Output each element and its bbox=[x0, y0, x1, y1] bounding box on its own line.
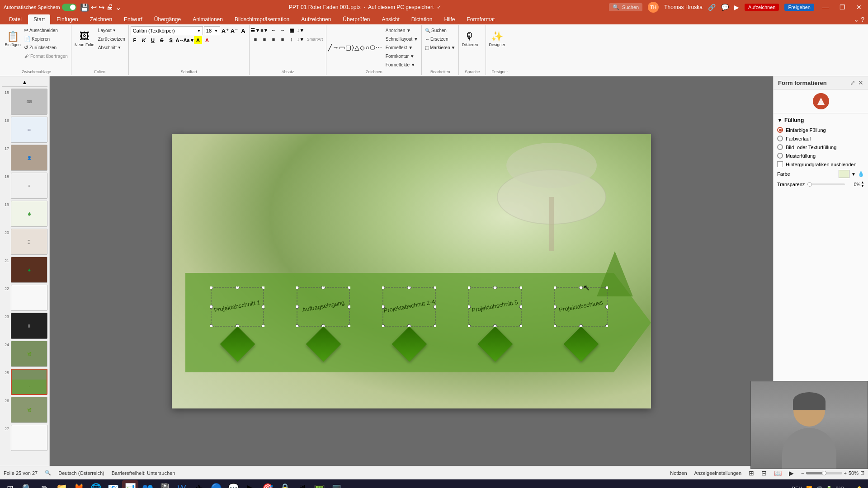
view-slideshow-icon[interactable]: ▶ bbox=[789, 469, 794, 477]
taskview-button[interactable]: ⧉ bbox=[36, 480, 52, 488]
process-item-5[interactable]: Projektabschluss bbox=[554, 286, 608, 357]
slide-img-19[interactable]: 🎄 bbox=[11, 201, 47, 227]
tab-praesentation[interactable]: Bildschirmpräsentation bbox=[229, 14, 295, 24]
text-direction-button[interactable]: ↕ bbox=[288, 35, 296, 43]
layout-button[interactable]: Layout ▼ bbox=[97, 26, 127, 34]
tab-aufzeichnen[interactable]: Aufzeichnen bbox=[296, 14, 336, 24]
fill-picture-radio[interactable] bbox=[777, 144, 783, 150]
tab-formformat[interactable]: Formformat bbox=[461, 14, 500, 24]
formeffekt-button[interactable]: Formeffekt ▼ bbox=[384, 43, 420, 52]
process-item-1[interactable]: Projektabschnitt 1 bbox=[210, 286, 264, 357]
smartart-button[interactable]: SmartArt bbox=[306, 35, 325, 43]
bold-button[interactable]: F bbox=[131, 36, 139, 44]
zoom-slider[interactable] bbox=[806, 472, 842, 474]
fill-picture-option[interactable]: Bild- oder Texturfüllung bbox=[777, 144, 864, 150]
more-icon[interactable]: ⌄ bbox=[115, 3, 121, 12]
transparenz-down-icon[interactable]: ▼ bbox=[861, 184, 864, 188]
language-status[interactable]: Deutsch (Österreich) bbox=[58, 470, 104, 476]
save-icon[interactable]: 💾 bbox=[80, 3, 89, 12]
shape-rect[interactable]: ▭ bbox=[339, 44, 345, 51]
case-button[interactable]: Aa▼ bbox=[185, 36, 193, 44]
formkontur-button[interactable]: Formkontur ▼ bbox=[384, 52, 420, 60]
schnelllayout-button[interactable]: Schnelllayout ▼ bbox=[384, 35, 420, 43]
suchen-button[interactable]: 🔍 Suchen bbox=[424, 26, 457, 34]
formeffekte-button[interactable]: Formeffekte ▼ bbox=[384, 61, 420, 69]
shape-pentagon[interactable]: ⬠ bbox=[370, 44, 375, 51]
slide-img-23[interactable]: ▓ bbox=[11, 313, 47, 339]
panel-undock-icon[interactable]: ⤢ bbox=[850, 79, 855, 86]
slide-thumb-23[interactable]: 23 ▓ bbox=[2, 313, 47, 339]
einfuegen-button[interactable]: 📋 Einfügen bbox=[4, 26, 22, 52]
shrink-font-button[interactable]: A⁻ bbox=[230, 27, 238, 35]
taskbar-notification-icon[interactable]: 🔔 bbox=[856, 486, 863, 488]
grow-font-button[interactable]: A⁺ bbox=[221, 27, 229, 35]
zoom-out-icon[interactable]: − bbox=[801, 470, 804, 476]
font-size-selector[interactable]: 18 ▼ bbox=[204, 26, 220, 35]
ausschneiden-button[interactable]: ✂ Ausschneiden bbox=[23, 26, 59, 34]
kopieren-button[interactable]: 📄 Kopieren bbox=[23, 35, 51, 43]
tab-uebergaenge[interactable]: Übergänge bbox=[149, 14, 186, 24]
align-right-button[interactable]: ≡ bbox=[269, 35, 278, 43]
panel-close-icon[interactable]: ✕ bbox=[858, 79, 863, 86]
color-dropdown-icon[interactable]: ▼ bbox=[851, 172, 856, 177]
slide-thumb-27[interactable]: 27 bbox=[2, 425, 47, 451]
slide-thumb-20[interactable]: 20 ≡≡≡≡ bbox=[2, 229, 47, 255]
start-button[interactable]: ⊞ bbox=[2, 480, 18, 488]
present-icon[interactable]: ▶ bbox=[734, 4, 739, 11]
redo-icon[interactable]: ↪ bbox=[99, 3, 104, 12]
fuellung-header[interactable]: ▼ Füllung bbox=[777, 117, 864, 123]
highlight-button[interactable]: A bbox=[194, 36, 202, 44]
share-button[interactable]: Freigeben bbox=[784, 4, 814, 11]
slide-thumb-24[interactable]: 24 🌿 bbox=[2, 341, 47, 367]
tab-dictation[interactable]: Dictation bbox=[406, 14, 438, 24]
taskbar-chrome[interactable]: 🌐 bbox=[88, 480, 104, 488]
close-button[interactable]: ✕ bbox=[854, 4, 864, 11]
slide-img-22[interactable] bbox=[11, 285, 47, 311]
search-bar[interactable]: 🔍 Suchen bbox=[609, 3, 642, 11]
fill-gradient-radio[interactable] bbox=[777, 136, 783, 141]
process-item-3[interactable]: Projektabschnitt 2-4 bbox=[382, 286, 436, 357]
align-left-button[interactable]: ≡ bbox=[251, 35, 259, 43]
taskbar-firefox[interactable]: 🦊 bbox=[71, 480, 87, 488]
taskbar-teams[interactable]: 👥 bbox=[139, 480, 156, 488]
minimize-button[interactable]: — bbox=[820, 4, 831, 11]
slide-img-25-active[interactable]: → bbox=[11, 369, 47, 395]
taskbar-powerpoint[interactable]: 📊 bbox=[122, 480, 138, 488]
slide-thumb-17[interactable]: 17 👤 bbox=[2, 145, 47, 171]
shape-chevron[interactable]: ⟩ bbox=[352, 44, 354, 51]
taskbar-explorer[interactable]: 📁 bbox=[53, 480, 70, 488]
tab-zeichnen[interactable]: Zeichnen bbox=[85, 14, 118, 24]
justify-button[interactable]: ≡ bbox=[278, 35, 287, 43]
color-swatch[interactable] bbox=[839, 170, 849, 178]
fill-gradient-option[interactable]: Farbverlauf bbox=[777, 136, 864, 141]
taskbar-battery-icon[interactable]: 🔋 bbox=[826, 486, 832, 488]
shape-diamond[interactable]: ◇ bbox=[360, 44, 365, 51]
view-reading-icon[interactable]: 📖 bbox=[774, 469, 782, 477]
align-center-button[interactable]: ≡ bbox=[260, 35, 269, 43]
slide-img-20[interactable]: ≡≡≡≡ bbox=[11, 229, 47, 255]
shape-arrow[interactable]: → bbox=[332, 44, 339, 51]
slide-img-21[interactable]: 🌲 bbox=[11, 257, 47, 283]
taskbar-app8[interactable]: 💻 bbox=[328, 480, 344, 488]
tab-ansicht[interactable]: Ansicht bbox=[376, 14, 405, 24]
accessibility-status[interactable]: Barrierefreiheit: Untersuchen bbox=[112, 470, 175, 476]
taskbar-mail[interactable]: 📧 bbox=[105, 480, 121, 488]
shape-line[interactable]: ╱ bbox=[328, 44, 332, 51]
autosave-toggle[interactable]: Automatisches Speichern bbox=[4, 4, 76, 11]
slide-img-24[interactable]: 🌿 bbox=[11, 341, 47, 367]
format-uebertragen-button[interactable]: 🖌 Format übertragen bbox=[23, 52, 69, 60]
line-spacing-button[interactable]: ↕▼ bbox=[297, 26, 305, 34]
cols-button[interactable]: ▦ bbox=[288, 26, 296, 34]
taskbar-app5[interactable]: 🔒 bbox=[277, 480, 293, 488]
undo-icon[interactable]: ↩ bbox=[91, 3, 97, 12]
font-color-button[interactable]: A bbox=[203, 36, 211, 44]
slide-thumb-19[interactable]: 19 🎄 bbox=[2, 201, 47, 227]
shape-circle[interactable]: ○ bbox=[365, 44, 369, 51]
shape-more[interactable]: ⋯ bbox=[376, 44, 382, 51]
tab-animationen[interactable]: Animationen bbox=[187, 14, 228, 24]
slide-thumb-16[interactable]: 16 ≡≡ bbox=[2, 117, 47, 143]
tab-hilfe[interactable]: Hilfe bbox=[439, 14, 460, 24]
share-icon[interactable]: 🔗 bbox=[708, 4, 716, 11]
designer-button[interactable]: ✨ Designer bbox=[488, 26, 506, 52]
hide-bg-graphics-checkbox[interactable] bbox=[777, 161, 783, 167]
